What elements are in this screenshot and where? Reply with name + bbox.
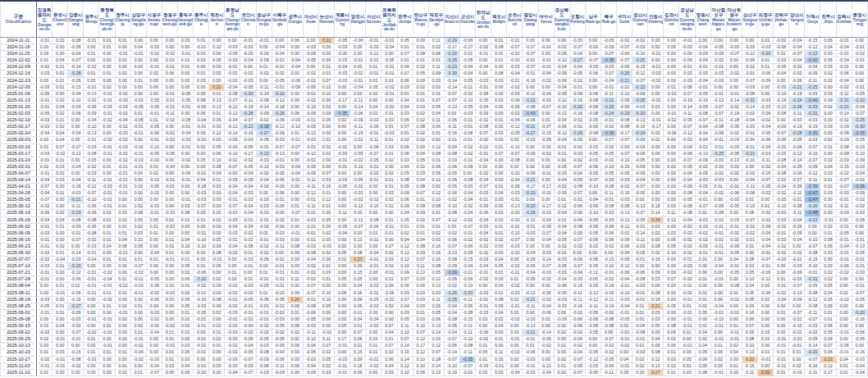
value-cell: 0.02	[413, 117, 428, 124]
value-cell: 0.10	[413, 323, 428, 330]
value-cell: 0.02	[664, 336, 679, 343]
value-cell: 0.00	[554, 309, 569, 316]
value-cell: -0.09	[679, 184, 695, 190]
value-cell: 0.00	[710, 257, 726, 263]
value-cell: 0.02	[554, 323, 569, 330]
value-cell: -0.10	[146, 143, 162, 150]
value-cell: -0.09	[742, 57, 757, 64]
value-cell: -0.03	[303, 137, 318, 143]
value-cell: 0.11	[742, 369, 757, 376]
value-cell: 0.03	[130, 230, 146, 236]
value-cell: -0.12	[68, 150, 84, 157]
col-header-kr: 양산시	[789, 12, 804, 17]
value-cell: -0.04	[381, 44, 397, 51]
value-cell: -0.06	[554, 77, 569, 84]
value-cell: -0.20	[68, 263, 84, 270]
value-cell: -0.01	[37, 276, 53, 283]
row-date: 2025-09-29	[1, 336, 37, 343]
value-cell: -0.01	[789, 343, 805, 349]
value-cell: 0.00	[115, 323, 130, 330]
value-cell: 0.06	[820, 303, 836, 309]
value-cell: 0.00	[177, 77, 193, 84]
value-cell: -0.19	[695, 97, 710, 103]
value-cell: 0.00	[177, 336, 193, 343]
value-cell: 0.00	[742, 38, 757, 44]
value-cell: 0.01	[162, 250, 177, 257]
value-cell: -0.12	[225, 124, 240, 130]
value-cell: -0.02	[569, 330, 585, 336]
value-cell: 0.00	[335, 309, 350, 316]
col-header-gyeongsangbuk-do: 경상북도Gyeongsangbuk-do	[554, 1, 569, 38]
value-cell: 0.02	[820, 270, 836, 276]
value-cell: -0.03	[476, 309, 491, 316]
table-row: 2025-06-23-0.010.020.00-0.030.040.080.05…	[1, 243, 868, 249]
value-cell: -0.09	[805, 336, 820, 343]
table-row: 2025-02-17-0.030.020.00-0.100.00-0.02-0.…	[1, 124, 868, 130]
value-cell: -0.06	[444, 117, 459, 124]
value-cell: 0.00	[491, 111, 507, 117]
value-cell: -0.04	[476, 263, 491, 270]
value-cell: -0.08	[805, 289, 820, 296]
value-cell: 0.00	[162, 296, 177, 303]
value-cell: 0.00	[130, 137, 146, 143]
table-row: 2025-10-200.010.03-0.160.010.010.01-0.04…	[1, 349, 868, 356]
value-cell: -0.02	[569, 243, 585, 249]
value-cell: 0.01	[318, 190, 334, 197]
value-cell: -0.03	[805, 137, 820, 143]
value-cell: -0.01	[272, 276, 287, 283]
value-cell: 0.00	[194, 64, 209, 71]
value-cell: -0.01	[99, 97, 115, 103]
value-cell: 0.00	[507, 309, 523, 316]
value-cell: -0.03	[695, 176, 710, 183]
col-header-en: Gyeongsangbuk-do	[555, 18, 569, 31]
col-header-kr: 경상남도	[679, 7, 694, 17]
value-cell: 0.00	[491, 64, 507, 71]
value-cell: -0.10	[444, 203, 459, 210]
value-cell: 0.03	[648, 316, 664, 322]
value-cell: -0.08	[710, 210, 726, 216]
value-cell: -0.03	[476, 77, 491, 84]
value-cell: 0.03	[820, 190, 836, 197]
value-cell: -0.04	[679, 170, 695, 176]
value-cell: -0.03	[84, 170, 99, 176]
value-cell: -0.04	[444, 330, 459, 336]
value-cell: -0.06	[476, 210, 491, 216]
value-cell: 0.00	[53, 330, 68, 336]
row-date: 2025-07-07	[1, 257, 37, 263]
value-cell: 0.01	[53, 77, 68, 84]
value-cell: -0.01	[240, 303, 256, 309]
value-cell: 0.00	[146, 38, 162, 44]
table-row: 2025-03-030.000.040.00-0.01-0.02-0.020.0…	[1, 137, 868, 143]
value-cell: -0.01	[130, 163, 146, 170]
value-cell: 0.00	[758, 362, 774, 369]
value-cell: -0.05	[617, 170, 633, 176]
value-cell: -0.25	[444, 296, 459, 303]
value-cell: -0.02	[272, 257, 287, 263]
value-cell: -0.01	[303, 230, 318, 236]
value-cell: 0.00	[287, 190, 303, 197]
value-cell: -0.05	[240, 176, 256, 183]
value-cell: -0.02	[507, 349, 523, 356]
value-cell: 0.04	[820, 44, 836, 51]
value-cell: 0.03	[428, 84, 444, 90]
value-cell: 0.00	[507, 343, 523, 349]
value-cell: -0.03	[256, 197, 272, 203]
value-cell: -0.03	[710, 157, 726, 163]
value-cell: -0.09	[695, 51, 710, 57]
value-cell: -0.03	[774, 216, 789, 223]
value-cell: -0.35	[805, 130, 820, 137]
value-cell: -0.10	[742, 157, 757, 163]
value-cell: -0.01	[177, 103, 193, 110]
value-cell: 0.01	[758, 64, 774, 71]
value-cell: 0.07	[397, 124, 413, 130]
col-header-en: Jeollabuk-do	[381, 23, 396, 32]
value-cell: -0.05	[789, 223, 805, 230]
value-cell: -0.01	[459, 51, 475, 57]
value-cell: 0.05	[742, 270, 757, 276]
value-cell: 0.02	[413, 130, 428, 137]
value-cell: -0.02	[194, 343, 209, 349]
value-cell: 0.08	[130, 210, 146, 216]
col-header-dongnam-gu: 동남구Dongnam-gu	[256, 1, 272, 38]
value-cell: -0.06	[569, 210, 585, 216]
row-date: 2025-08-25	[1, 303, 37, 309]
